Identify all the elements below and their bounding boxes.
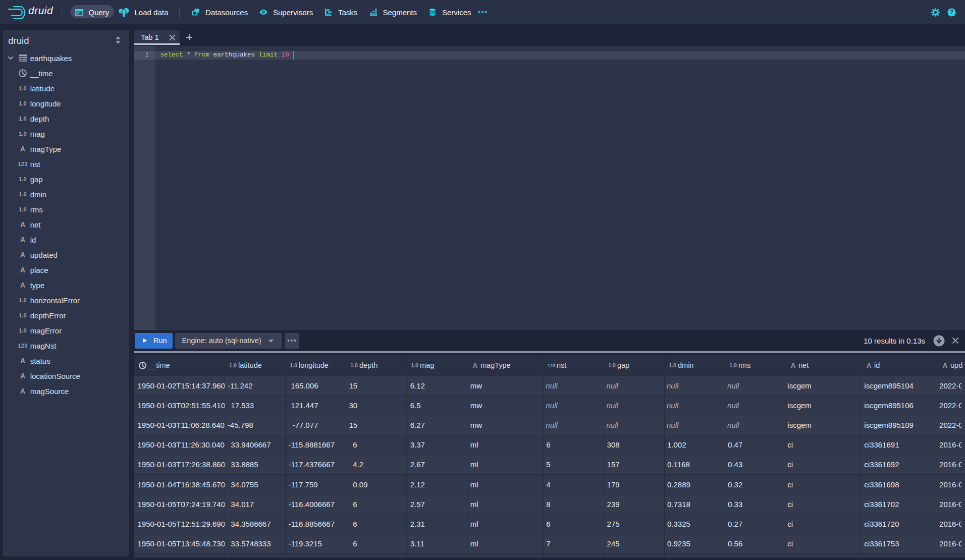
svg-text:?: ? [950,9,954,16]
